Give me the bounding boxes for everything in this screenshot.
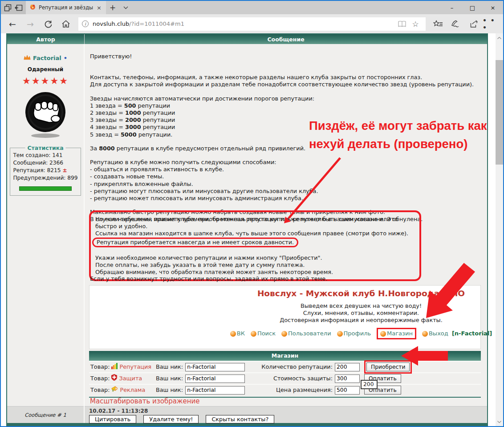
circled-sentence: Репутация приобретается навсегда и не им…	[92, 238, 298, 247]
club-banner-box: Новслух - Мужской клуб Н.Новгорода и НО …	[89, 285, 481, 349]
back-button[interactable]: ←	[4, 16, 21, 32]
reputation-ways-list: Репутацию в клубе можно получить следующ…	[90, 159, 480, 202]
minimize-button[interactable]: –	[442, 1, 462, 14]
stat-reputation: Репутация: 8215 ±	[13, 167, 77, 174]
buy-button-highlight: Приобрести	[364, 360, 412, 374]
browser-toolbar: ← → i novsluh.club/?id=1011004#m1 ☆ • • …	[1, 14, 503, 33]
crown-icon	[24, 55, 31, 61]
share-icon[interactable]	[465, 16, 483, 32]
protection-amount-input[interactable]	[335, 375, 360, 383]
close-button[interactable]: ×	[483, 1, 503, 14]
add-favorite-star-icon[interactable]: ☆	[409, 20, 422, 28]
set-tabs-aside-icon[interactable]	[15, 4, 23, 11]
message-body: Приветствую! Контакты, телефоны, информа…	[90, 53, 480, 230]
star-thresholds: Звезды начисляются автоматически при дос…	[90, 95, 480, 138]
club-title: Новслух - Мужской клуб Н.Новгорода и НО	[236, 290, 486, 297]
maximize-button[interactable]: □	[462, 1, 483, 14]
message-column: Приветствую! Контакты, телефоны, информа…	[85, 44, 487, 423]
paragraph: Приветствую!	[90, 53, 480, 60]
timestamp: 10.02.17 - 11:13:28	[89, 407, 487, 415]
stat-posts: Сообщений: 2366	[13, 159, 77, 167]
author-name-row[interactable]: Factorial •	[24, 55, 67, 61]
author-column-header: Автор	[7, 34, 85, 44]
nav-link-profile[interactable]: Профиль	[337, 330, 371, 337]
site-info-icon[interactable]: i	[82, 20, 89, 27]
message-column-header: Сообщение	[85, 34, 487, 44]
stat-topics: Тем создано: 141	[13, 152, 77, 159]
nick-input[interactable]	[185, 386, 245, 395]
author-name[interactable]: Factorial	[33, 55, 61, 61]
new-tab-button[interactable]: +	[106, 1, 119, 14]
browser-window: Репутация и звёзды » | × + – □ × ← → i n…	[0, 0, 504, 427]
product-link-protection[interactable]: Защита	[119, 375, 142, 382]
paragraph: За 8000 репутации в клубе предусмотрен о…	[90, 145, 480, 152]
ball-icon	[422, 331, 428, 337]
paragraph: Контакты, телефоны, информация, а также …	[90, 74, 480, 88]
home-icon[interactable]	[57, 16, 75, 32]
paragraph: Если у тебя возникнут трудности или вопр…	[90, 275, 327, 282]
page-scrollbar[interactable]	[496, 33, 503, 426]
favorites-hub-icon[interactable]	[429, 16, 447, 32]
amount-tooltip: 200	[361, 380, 378, 389]
ball-icon	[337, 331, 343, 337]
product-link-reputation[interactable]: Репутация	[119, 363, 151, 371]
ball-icon	[230, 331, 236, 337]
scroll-up-icon[interactable]	[496, 34, 503, 41]
avatar[interactable]	[23, 91, 68, 141]
stats-box: Статистика Тем создано: 141 Сообщений: 2…	[10, 148, 81, 196]
web-note-pen-icon[interactable]	[447, 16, 465, 32]
product-link-advert[interactable]: Реклама	[120, 387, 145, 394]
rep-plusminus-link[interactable]: ±	[62, 167, 67, 173]
forum-table-header: Автор Сообщение	[7, 34, 487, 44]
stats-title: Статистика	[25, 145, 65, 151]
online-dot: •	[64, 55, 67, 61]
ball-icon	[281, 331, 287, 337]
forward-button: →	[21, 16, 39, 32]
advert-amount-input[interactable]	[335, 386, 360, 395]
reputation-progress-bar	[19, 186, 72, 191]
browser-tab[interactable]: Репутация и звёзды » | ×	[26, 1, 106, 14]
refresh-icon[interactable]	[39, 16, 57, 32]
tab-title: Репутация и звёзды » |	[39, 4, 93, 11]
annotated-red-frame: Но если тебе лень, или нету времени, то …	[89, 210, 421, 281]
nav-link-users[interactable]: Пользователи	[281, 330, 331, 337]
club-nav: ВК Поиск Пользователи Профиль Магазин Вы…	[236, 328, 486, 339]
settings-more-icon[interactable]: • • •	[483, 16, 500, 32]
nick-input[interactable]	[185, 375, 245, 383]
tab-list-chevron-icon[interactable]	[119, 1, 132, 14]
tab-preview-icon[interactable]	[4, 4, 12, 12]
page-viewport: Автор Сообщение Factorial • Одаренный ★★…	[1, 33, 503, 426]
buy-button[interactable]: Приобрести	[366, 363, 410, 371]
reputation-stars: ★★★★★	[22, 76, 69, 86]
club-subtitle: Выведем всех девушек на чистую воду!	[236, 302, 486, 310]
url-text[interactable]: novsluh.club/?id=1011004#m1	[93, 20, 184, 27]
tab-bar: Репутация и звёзды » | × + – □ ×	[1, 1, 503, 14]
author-column: Factorial • Одаренный ★★★★★	[7, 44, 85, 423]
shop-row-advert: Товар: Реклама Ваш ник: Цена размещения:	[89, 384, 481, 395]
reading-view-icon	[395, 20, 409, 28]
nav-link-vk[interactable]: ВК	[230, 330, 245, 337]
scroll-down-icon[interactable]	[496, 418, 503, 425]
bar-chart-icon	[111, 363, 118, 371]
tab-close-icon[interactable]: ×	[96, 4, 102, 11]
forum-table: Автор Сообщение Factorial • Одаренный ★★…	[6, 33, 488, 426]
nav-link-search[interactable]: Поиск	[251, 330, 276, 337]
site-favicon	[29, 4, 36, 12]
nick-input[interactable]	[185, 363, 245, 371]
message-footer: 10.02.17 - 11:13:28 Цитировать Удалите т…	[85, 406, 487, 423]
tabbar-spacer	[132, 1, 442, 14]
quote-button[interactable]: Цитировать	[89, 415, 136, 423]
shop-table: Магазин Товар: Репутация Ваш ник:	[89, 351, 481, 398]
ball-icon	[380, 331, 386, 337]
tab-edge-buttons	[1, 1, 26, 14]
hidden-contacts-button[interactable]: Скрыты контакты?	[206, 415, 274, 423]
scrollbar-thumb[interactable]	[496, 60, 503, 165]
nav-link-shop[interactable]: Магазин	[380, 330, 413, 337]
stat-warnings: Предупреждений: 899	[13, 174, 77, 182]
reputation-amount-input[interactable]	[335, 363, 360, 371]
scale-image-link[interactable]: Масштабировать изображение	[90, 398, 200, 405]
nav-link-logout[interactable]: Выход [n-Factorial]	[422, 330, 492, 337]
ball-icon	[251, 331, 256, 337]
delete-topic-button[interactable]: Удалите тему!	[143, 415, 199, 423]
address-bar[interactable]: i novsluh.club/?id=1011004#m1 ☆	[78, 17, 426, 31]
